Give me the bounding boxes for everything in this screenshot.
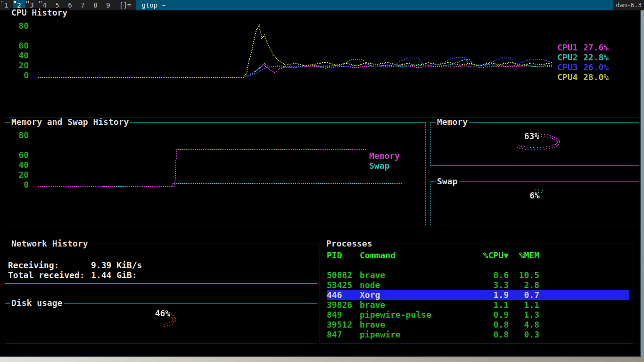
dwm-bar: 123456789 []= gtop ~ dwm-6.3	[0, 0, 644, 10]
cell-mem: 0.3	[492, 329, 539, 339]
cell-command: brave	[360, 320, 385, 329]
cpu-legend-cpu4: CPU428.0%	[557, 73, 609, 82]
y-axis-tick: 80	[13, 21, 29, 31]
tag-client-indicator	[1, 1, 3, 3]
cell-mem: 0.7	[492, 290, 539, 300]
processes-title: Processes	[325, 239, 374, 248]
tag-client-indicator	[26, 1, 29, 3]
y-axis-tick: 40	[13, 160, 29, 170]
cell-pid: 50882	[327, 270, 352, 280]
memory-gauge-panel: Memory 63%	[430, 122, 639, 166]
memory-gauge-chart	[431, 123, 639, 165]
y-axis-tick: 40	[13, 51, 29, 60]
cell-command: pipewire	[360, 329, 401, 339]
cell-command: pipewire-pulse	[360, 310, 431, 320]
disk-gauge-value: 46%	[130, 309, 196, 318]
cell-mem: 10.5	[492, 270, 539, 280]
process-row-847[interactable]: 847pipewire0.80.3	[327, 329, 629, 339]
cell-command: node	[360, 280, 380, 290]
window-title[interactable]: gtop ~	[136, 0, 613, 10]
column-mem[interactable]: %MEM	[492, 250, 539, 260]
cpu-legend-cpu1: CPU127.6%	[557, 43, 609, 52]
network-history-panel: Network History Receiving: 9.39 KiB/s To…	[5, 244, 317, 284]
layout-symbol[interactable]: []=	[115, 0, 136, 10]
process-row-53425[interactable]: 53425node3.32.8	[327, 280, 629, 290]
network-receiving-row: Receiving: 9.39 KiB/s	[8, 260, 314, 270]
status-text: dwm-6.3	[613, 0, 644, 10]
network-history-title: Network History	[10, 239, 90, 248]
processes-panel: Processes PID Command %CPU▼ %MEM 50882br…	[320, 244, 633, 344]
disk-usage-panel: Disk usage 46%	[5, 303, 317, 344]
process-row-50882[interactable]: 50882brave8.610.5	[327, 270, 629, 280]
workspace-tag-7[interactable]: 7	[76, 0, 89, 10]
cell-mem: 2.8	[492, 280, 539, 290]
process-row-39826[interactable]: 39826brave1.11.1	[327, 300, 629, 310]
swap-gauge-value: 6%	[502, 191, 568, 200]
cell-mem: 1.1	[492, 300, 539, 310]
total-received-value: 1.44 GiB:	[91, 270, 137, 280]
cell-pid: 39512	[327, 320, 352, 329]
cell-command: brave	[360, 300, 385, 310]
swap-gauge-chart	[431, 182, 639, 225]
swap-gauge-panel: Swap 6%	[430, 181, 639, 225]
y-axis-tick: 0	[13, 71, 29, 80]
receiving-label: Receiving:	[8, 260, 59, 270]
process-row-39512[interactable]: 39512brave0.84.8	[327, 320, 629, 329]
memory-swap-history-panel: Memory and Swap History 806040200MemoryS…	[5, 122, 426, 225]
cell-pid: 847	[327, 329, 342, 339]
cell-pid: 39826	[327, 300, 352, 310]
process-row-849[interactable]: 849pipewire-pulse0.91.3	[327, 310, 629, 320]
memswap-legend-memory: Memory	[369, 151, 400, 161]
process-row-446[interactable]: 446Xorg1.90.7	[327, 290, 629, 300]
cpu-legend-cpu3: CPU326.0%	[557, 63, 609, 72]
terminal-window: CPU History 806040200CPU127.6%CPU222.8%C…	[0, 10, 641, 357]
y-axis-tick: 60	[13, 150, 29, 160]
y-axis-tick: 60	[13, 41, 29, 50]
total-received-label: Total received:	[8, 270, 85, 280]
process-table-header: PID Command %CPU▼ %MEM	[327, 250, 629, 260]
cell-mem: 4.8	[492, 320, 539, 329]
tag-label: 8	[93, 1, 97, 9]
tag-label: 1	[4, 1, 8, 9]
cell-command: brave	[360, 270, 385, 280]
column-pid[interactable]: PID	[327, 250, 342, 260]
memswap-legend-swap: Swap	[369, 161, 389, 171]
cpu-legend-cpu2: CPU222.8%	[557, 53, 609, 62]
tag-client-indicator	[39, 1, 41, 3]
workspace-tag-9[interactable]: 9	[102, 0, 115, 10]
tag-label: 7	[81, 1, 84, 9]
y-axis-tick: 20	[13, 170, 29, 180]
tag-label: 9	[106, 1, 110, 9]
y-axis-tick: 0	[13, 180, 29, 189]
memory-swap-history-chart	[5, 123, 425, 225]
memory-gauge-value: 63%	[499, 132, 565, 141]
y-axis-tick: 80	[13, 131, 29, 140]
cell-pid: 849	[327, 310, 342, 320]
tag-client-indicator	[14, 1, 16, 3]
y-axis-tick: 20	[13, 61, 29, 70]
cell-pid: 53425	[327, 280, 352, 290]
network-total-row: Total received: 1.44 GiB:	[8, 270, 314, 280]
cpu-history-chart	[5, 13, 639, 117]
receiving-value: 9.39 KiB/s	[91, 260, 142, 270]
cell-command: Xorg	[360, 290, 380, 300]
column-command[interactable]: Command	[360, 250, 396, 260]
cell-pid: 446	[327, 290, 342, 300]
workspace-tag-8[interactable]: 8	[89, 0, 102, 10]
cpu-history-panel: CPU History 806040200CPU127.6%CPU222.8%C…	[5, 13, 639, 117]
cell-mem: 1.3	[492, 310, 539, 320]
